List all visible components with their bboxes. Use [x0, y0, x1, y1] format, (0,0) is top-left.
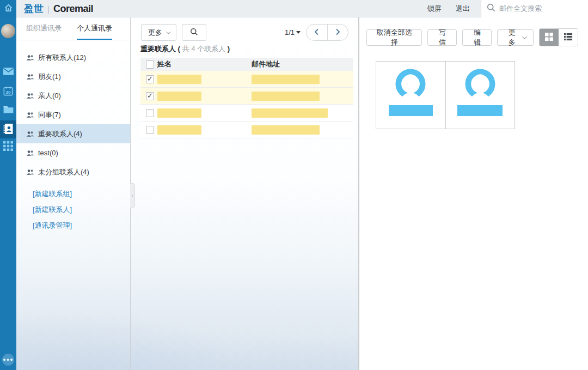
contacts-table: 姓名 邮件地址: [140, 58, 353, 138]
detail-more-button[interactable]: 更多: [497, 29, 533, 46]
grid-view-icon: [544, 32, 554, 43]
home-icon: [4, 3, 13, 14]
search-icon: [190, 28, 198, 38]
addressbook-tabs: 组织通讯录 个人通讯录: [16, 17, 130, 40]
row-checkbox[interactable]: [146, 126, 154, 134]
folder-nav-button[interactable]: [0, 105, 16, 115]
contacts-nav-button[interactable]: [0, 120, 16, 138]
next-page-button[interactable]: [328, 25, 348, 40]
cancel-selection-button[interactable]: 取消全部选择: [366, 29, 422, 46]
list-section-title: 重要联系人 ( 共 4 个联系人 ): [140, 44, 230, 54]
grid-view-button[interactable]: [540, 29, 559, 46]
list-view-icon: [564, 32, 573, 43]
mail-icon: [3, 68, 14, 77]
group-item-friends[interactable]: 朋友(1): [16, 67, 130, 86]
search-input[interactable]: [499, 4, 581, 13]
contact-card[interactable]: [446, 62, 515, 129]
group-item-ungrouped[interactable]: 未分组联系人(4): [16, 162, 130, 181]
table-row[interactable]: [140, 88, 353, 105]
column-header-email: 邮件地址: [252, 59, 353, 69]
redacted-name: [157, 125, 201, 135]
people-icon: [26, 112, 34, 118]
list-more-button[interactable]: 更多: [141, 24, 176, 41]
group-item-test[interactable]: test(0): [16, 143, 130, 162]
button-label: 编辑: [470, 28, 483, 47]
redacted-name: [157, 75, 201, 84]
button-label: 写信: [436, 28, 449, 47]
group-item-all[interactable]: 所有联系人(12): [16, 48, 130, 67]
compose-button[interactable]: 写信: [427, 29, 457, 46]
chevron-left-icon: [314, 28, 319, 37]
home-button[interactable]: [0, 0, 16, 17]
selected-contact-cards: [376, 61, 515, 129]
button-label: 更多: [148, 28, 162, 38]
coremail-app: 30 ●●● 盈世 | Coremail 锁屏 退出: [0, 0, 588, 370]
list-search-button[interactable]: [182, 24, 206, 41]
search-icon: [487, 3, 495, 14]
addressbook-sidebar: 组织通讯录 个人通讯录 所有联系人(12) 朋友(1) 亲人(0) 同事(7): [16, 17, 131, 370]
group-label: 未分组联系人(4): [38, 167, 89, 177]
row-checkbox[interactable]: [146, 92, 154, 100]
section-title-text: 重要联系人 (: [140, 45, 180, 53]
caret-down-icon: [296, 31, 301, 34]
new-group-link[interactable]: [新建联系组]: [16, 186, 130, 202]
group-label: 同事(7): [38, 110, 61, 120]
people-icon: [26, 93, 34, 99]
row-checkbox[interactable]: [146, 109, 154, 117]
calendar-nav-button[interactable]: 30: [0, 86, 16, 98]
manage-addressbook-link[interactable]: [通讯录管理]: [16, 217, 130, 233]
lock-screen-link[interactable]: 锁屏: [427, 4, 442, 14]
group-item-colleagues[interactable]: 同事(7): [16, 105, 130, 124]
logo-separator: |: [47, 4, 50, 14]
table-row[interactable]: [140, 71, 353, 88]
logout-link[interactable]: 退出: [456, 4, 470, 14]
redacted-name: [157, 92, 201, 101]
row-checkbox[interactable]: [146, 75, 154, 83]
list-view-button[interactable]: [559, 29, 578, 46]
more-ellipsis-icon: ●●●: [3, 357, 13, 362]
table-row[interactable]: [140, 105, 353, 122]
tab-label: 个人通讯录: [77, 23, 112, 33]
redacted-email: [252, 125, 320, 135]
sidebar-collapse-handle[interactable]: ›: [130, 183, 135, 208]
contact-group-list: 所有联系人(12) 朋友(1) 亲人(0) 同事(7) 重要联系人(4) tes…: [16, 48, 130, 181]
people-icon: [26, 74, 34, 80]
avatar-placeholder-icon: [395, 69, 426, 99]
chevron-down-icon: [166, 29, 170, 34]
apps-grid-icon: [3, 141, 13, 153]
group-item-important[interactable]: 重要联系人(4): [16, 124, 130, 143]
redacted-card-name: [389, 105, 433, 116]
select-all-checkbox[interactable]: [146, 60, 154, 69]
app-rail: 30 ●●●: [0, 0, 16, 370]
group-label: 亲人(0): [38, 91, 61, 101]
brand-logo: 盈世 | Coremail: [24, 2, 93, 15]
table-row[interactable]: [140, 122, 353, 138]
new-contact-link[interactable]: [新建联系人]: [16, 202, 130, 217]
group-item-family[interactable]: 亲人(0): [16, 86, 130, 105]
tab-personal-contacts[interactable]: 个人通讯录: [77, 17, 112, 40]
people-icon: [26, 150, 34, 156]
page-indicator[interactable]: 1/1: [285, 28, 301, 37]
logo-cn: 盈世: [24, 2, 44, 15]
svg-text:30: 30: [6, 90, 11, 95]
more-ellipsis-button[interactable]: ●●●: [2, 354, 14, 366]
global-search: [481, 0, 588, 17]
contact-card[interactable]: [376, 62, 446, 129]
mail-nav-button[interactable]: [0, 68, 16, 77]
prev-page-button[interactable]: [307, 25, 328, 40]
calendar-icon: 30: [3, 86, 13, 98]
group-label: 重要联系人(4): [38, 129, 82, 139]
user-avatar[interactable]: [1, 24, 15, 38]
detail-toolbar: 取消全部选择 写信 编辑 更多: [366, 28, 578, 46]
apps-nav-button[interactable]: [0, 141, 16, 153]
edit-button[interactable]: 编辑: [462, 29, 492, 46]
people-icon: [26, 54, 34, 61]
list-toolbar: 更多 1/1: [141, 24, 348, 41]
tab-org-contacts[interactable]: 组织通讯录: [26, 17, 62, 40]
redacted-email: [252, 92, 320, 101]
column-header-name: 姓名: [157, 59, 252, 69]
people-icon: [26, 131, 34, 137]
detail-panel: 取消全部选择 写信 编辑 更多: [359, 17, 588, 370]
group-label: 所有联系人(12): [38, 53, 86, 63]
page-label: 1/1: [285, 28, 295, 37]
